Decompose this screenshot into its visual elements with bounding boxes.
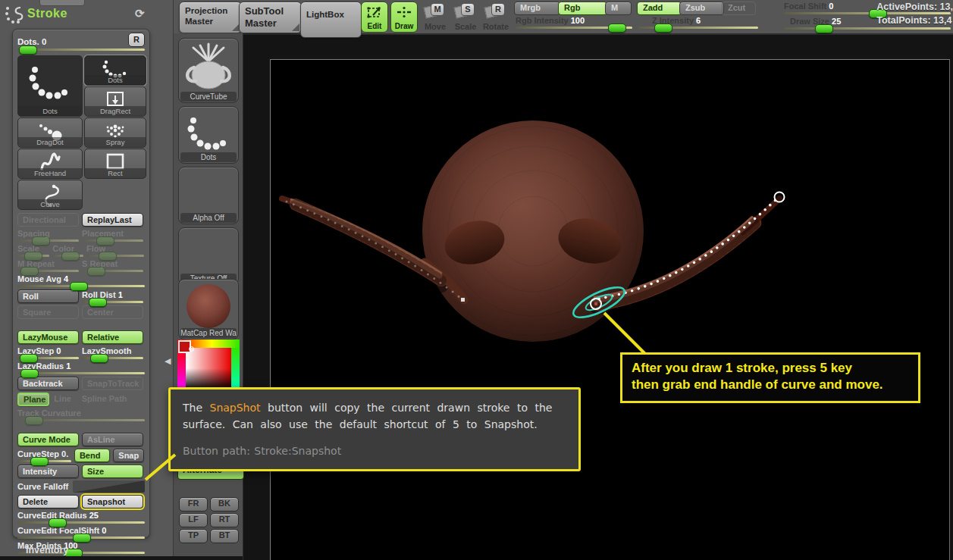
stroke-type-freehand-button[interactable]: FreeHand bbox=[17, 149, 83, 179]
lazysmooth-slider[interactable]: LazySmooth bbox=[82, 346, 143, 359]
mouse-avg-slider[interactable]: Mouse Avg 4 bbox=[17, 274, 145, 287]
flow-knob[interactable] bbox=[99, 252, 117, 261]
curvestep-0-slider[interactable]: CurveStep 0. bbox=[17, 449, 71, 462]
curveedit-radius-slider[interactable]: CurveEdit Radius 25 bbox=[17, 511, 145, 524]
edit-icon bbox=[367, 6, 382, 19]
delete-button[interactable]: Delete bbox=[17, 495, 79, 508]
lazysmooth-knob[interactable] bbox=[90, 354, 108, 363]
lazymouse-button[interactable]: LazyMouse bbox=[17, 330, 79, 344]
alpha-off-slot[interactable]: Alpha Off bbox=[178, 167, 239, 224]
left-curve-end-handle[interactable] bbox=[461, 298, 465, 302]
zsub-toggle[interactable]: Zsub bbox=[679, 2, 724, 15]
projection-master-button[interactable]: Projection Master bbox=[179, 2, 242, 33]
curvetube-slot[interactable]: CurveTube bbox=[178, 38, 239, 103]
lightbox-button[interactable]: LightBox bbox=[300, 2, 362, 38]
stroke-type-dots-button[interactable]: Dots bbox=[84, 55, 146, 86]
view-tp-button[interactable]: TP bbox=[179, 529, 208, 543]
restore-config-button[interactable]: R bbox=[128, 33, 145, 47]
matcap-red-wa-slot[interactable]: MatCap Red Wa bbox=[178, 279, 239, 339]
view-rt-button[interactable]: RT bbox=[210, 513, 239, 527]
scale-mode-button[interactable]: S Scale bbox=[452, 2, 479, 32]
color-knob[interactable] bbox=[61, 252, 80, 261]
size-button[interactable]: Size bbox=[82, 465, 143, 478]
falloff-curve-graph[interactable] bbox=[73, 480, 145, 493]
lazyradius-slider[interactable]: LazyRadius 1 bbox=[17, 361, 145, 374]
curvestep-0-knob[interactable] bbox=[30, 457, 49, 466]
snap-button[interactable]: Snap bbox=[113, 449, 144, 462]
stroke-type-spray-button[interactable]: Spray bbox=[84, 117, 146, 148]
stroke-type-rect-button[interactable]: Rect bbox=[84, 149, 146, 179]
lazystep-slider[interactable]: LazyStep 0 bbox=[17, 346, 79, 359]
s-repeat-knob[interactable] bbox=[87, 267, 105, 276]
curveedit-focalsihft-knob[interactable] bbox=[73, 533, 91, 543]
edit-mode-button[interactable]: Edit bbox=[361, 2, 388, 33]
annotation-pointer-line bbox=[604, 313, 645, 354]
mrgb-toggle[interactable]: Mrgb bbox=[514, 2, 560, 15]
stroke-type-dragdot-button[interactable]: DragDot bbox=[17, 117, 83, 148]
view-bt-button[interactable]: BT bbox=[210, 529, 239, 543]
m-toggle[interactable]: M bbox=[605, 2, 632, 15]
dots-slot[interactable]: Dots bbox=[178, 106, 239, 164]
roll-dist-knob[interactable] bbox=[89, 298, 107, 307]
asline-button[interactable]: AsLine bbox=[82, 433, 143, 446]
curve-falloff-widget[interactable]: Curve Falloff bbox=[17, 480, 145, 493]
rgb-intensity-slider[interactable]: Rgb Intensity 100 bbox=[516, 16, 632, 29]
view-fr-button[interactable]: FR bbox=[179, 497, 208, 512]
curvetube-brush-icon bbox=[183, 42, 234, 98]
viewport-canvas[interactable]: After you draw 1 stroke, press 5 key the… bbox=[243, 33, 953, 560]
curveedit-radius-knob[interactable] bbox=[49, 518, 67, 527]
stroke-type-dots-button[interactable]: Dots bbox=[17, 55, 83, 117]
rgb-toggle[interactable]: Rgb bbox=[558, 2, 607, 15]
stroke-controls: DirectionalReplayLastSpacingPlacementSca… bbox=[17, 213, 145, 554]
m-repeat-knob[interactable] bbox=[20, 267, 39, 276]
view-lf-button[interactable]: LF bbox=[179, 513, 208, 527]
rotate-mode-button[interactable]: R Rotate bbox=[482, 2, 509, 32]
mouse-avg-knob[interactable] bbox=[70, 282, 88, 291]
control-row: IntensitySize bbox=[17, 465, 145, 478]
control-row: LazyMouseRelative bbox=[17, 330, 145, 344]
lazyradius-knob[interactable] bbox=[20, 369, 39, 378]
zadd-toggle[interactable]: Zadd bbox=[637, 2, 682, 15]
roll-dist-slider[interactable]: Roll Dist 1 bbox=[82, 290, 143, 303]
tray-collapse-icon[interactable]: ◀ bbox=[165, 356, 171, 366]
saturation-value-square[interactable] bbox=[186, 348, 231, 389]
draw-size-knob[interactable] bbox=[815, 24, 833, 33]
current-stroke-slider[interactable] bbox=[17, 48, 145, 51]
intensity-button[interactable]: Intensity bbox=[17, 465, 79, 478]
placement-knob[interactable] bbox=[96, 236, 114, 246]
current-stroke-knob[interactable] bbox=[19, 45, 37, 55]
rgb-intensity-knob[interactable] bbox=[608, 23, 626, 33]
plane-button[interactable]: Plane bbox=[17, 393, 49, 406]
palette-title[interactable]: Stroke bbox=[27, 7, 67, 20]
snapshot-tooltip: The SnapShot button will copy the curren… bbox=[168, 387, 581, 471]
texture-off-slot[interactable]: Texture Off bbox=[178, 227, 239, 285]
control-row: BacktrackSnapToTrack bbox=[17, 377, 145, 390]
draw-mode-button[interactable]: Draw bbox=[390, 2, 418, 33]
subtool-master-button[interactable]: SubTool Master bbox=[239, 2, 302, 33]
view-bk-button[interactable]: BK bbox=[210, 497, 239, 512]
z-intensity-slider[interactable]: Z Intensity 6 bbox=[638, 16, 758, 29]
reload-icon[interactable]: ⟳ bbox=[135, 7, 145, 20]
s-repeat-slider: S Repeat bbox=[82, 259, 143, 272]
replaylast-button[interactable]: ReplayLast bbox=[82, 213, 143, 227]
curveedit-focalsihft-slider[interactable]: CurveEdit FocalSihft 0 bbox=[17, 526, 145, 539]
hue-strip-left[interactable] bbox=[177, 348, 186, 389]
inventory-label: Inventory bbox=[26, 545, 68, 555]
z-intensity-knob[interactable] bbox=[654, 23, 672, 33]
stroke-type-dragrect-button[interactable]: DragRect bbox=[84, 86, 146, 117]
panel-spacer bbox=[17, 319, 145, 328]
backtrack-button[interactable]: Backtrack bbox=[17, 377, 79, 390]
scale-knob[interactable] bbox=[24, 252, 42, 261]
move-mode-button[interactable]: M Move bbox=[422, 2, 449, 32]
bend-button[interactable]: Bend bbox=[74, 449, 110, 462]
hue-strip-right[interactable] bbox=[231, 348, 240, 389]
curve-end-handle[interactable] bbox=[775, 192, 785, 202]
stroke-type-curve-button[interactable]: Curve bbox=[17, 180, 83, 210]
snapshot-button[interactable]: Snapshot bbox=[82, 495, 143, 508]
curve-mode-button[interactable]: Curve Mode bbox=[17, 433, 79, 446]
relative-button[interactable]: Relative bbox=[82, 330, 143, 344]
spacing-knob[interactable] bbox=[32, 236, 50, 246]
track-curvature-knob[interactable] bbox=[25, 416, 43, 425]
roll-button[interactable]: Roll bbox=[17, 289, 79, 303]
lazystep-knob[interactable] bbox=[20, 354, 38, 363]
